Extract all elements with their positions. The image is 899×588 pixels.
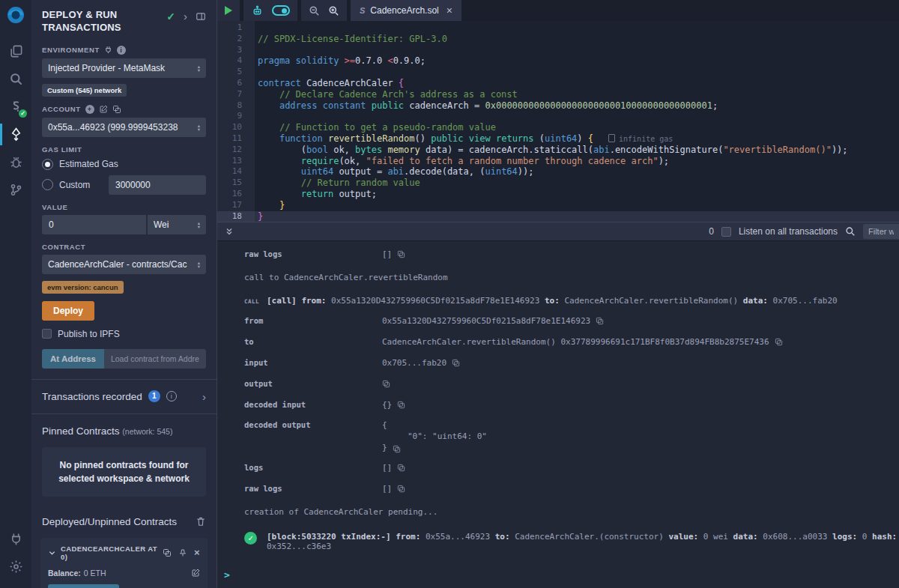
terminal-prompt[interactable]: > — [217, 569, 899, 581]
panel-forward-icon[interactable]: › — [184, 12, 187, 21]
code-content: } — [250, 200, 285, 211]
rail-item-debugger-icon[interactable] — [0, 148, 31, 176]
at-address-button[interactable]: At Address — [42, 349, 104, 369]
account-select[interactable]: 0x55a...46923 (999.9999453238 ▴▾ — [42, 118, 206, 137]
terminal-call-row: call[call] from: 0x55a1320D432759960C5Df… — [217, 296, 899, 306]
code-content — [250, 111, 258, 122]
deploy-button[interactable]: Deploy — [42, 301, 94, 321]
contract-select[interactable]: CadenceArchCaler - contracts/Cac ▴▾ — [42, 255, 206, 274]
copy-icon[interactable] — [397, 401, 405, 409]
code-content: // Function to get a pseudo-random value — [250, 122, 496, 133]
chevron-right-icon[interactable]: › — [202, 390, 206, 403]
compiled-ok-badge: ✓ — [19, 109, 27, 118]
copy-icon[interactable] — [397, 250, 405, 258]
terminal-kv-row: input0x705...fab20 — [217, 357, 899, 369]
at-address-input[interactable] — [104, 349, 206, 369]
rail-item-deploy-run-icon[interactable] — [0, 121, 31, 148]
chevron-updown-icon: ▴▾ — [198, 124, 200, 131]
tab-cadencearch-sol[interactable]: S CadenceArch.sol × — [351, 0, 461, 21]
code-content: // SPDX-License-Identifier: GPL-3.0 — [250, 34, 447, 45]
deploy-run-panel: DEPLOY & RUN TRANSACTIONS ✓ › ENVIRONMEN… — [31, 0, 217, 588]
add-account-icon[interactable]: + — [85, 105, 94, 114]
code-line-16: 16 return output; — [217, 189, 899, 200]
contract-label: CONTRACT — [42, 243, 85, 251]
line-number: 14 — [217, 166, 250, 178]
file-explorer-icon — [9, 44, 23, 58]
code-editor[interactable]: 12// SPDX-License-Identifier: GPL-3.034p… — [217, 21, 899, 222]
custom-gas-radio[interactable] — [42, 179, 53, 190]
line-number: 16 — [217, 189, 250, 200]
line-number: 12 — [217, 145, 250, 156]
line-number: 18 — [217, 211, 250, 222]
collapse-terminal-icon[interactable] — [225, 226, 234, 237]
deployed-contract-card: CADENCEARCHCALER AT 0) × Balance: 0 ETH … — [40, 538, 208, 588]
transactions-info-icon[interactable]: i — [166, 391, 177, 401]
zoom-out-icon[interactable] — [309, 5, 320, 16]
zoom-in-icon[interactable] — [328, 5, 339, 16]
chevron-down-icon[interactable] — [48, 548, 56, 557]
transactions-recorded-row[interactable]: Transactions recorded 1 i › — [31, 380, 217, 413]
plug-icon[interactable] — [104, 46, 112, 54]
copy-icon[interactable] — [452, 359, 460, 367]
custom-gas-input[interactable] — [109, 175, 206, 195]
publish-ipfs-checkbox[interactable] — [42, 329, 52, 339]
value-input[interactable] — [42, 215, 146, 234]
code-line-13: 13 require(ok, "failed to fetch a random… — [217, 156, 899, 167]
copy-address-icon[interactable] — [163, 548, 172, 557]
environment-info-icon[interactable]: i — [117, 46, 126, 55]
copy-icon[interactable] — [393, 445, 401, 453]
copy-icon[interactable] — [397, 464, 405, 472]
run-script-icon[interactable] — [225, 6, 232, 15]
listen-transactions-checkbox[interactable] — [721, 227, 731, 237]
pin-contract-icon[interactable] — [178, 548, 187, 557]
remix-logo-icon[interactable] — [4, 4, 27, 27]
close-contract-icon[interactable]: × — [194, 547, 200, 558]
copy-icon[interactable] — [397, 485, 405, 493]
copy-account-icon[interactable] — [112, 105, 121, 114]
rail-item-file-explorer-icon[interactable] — [0, 37, 31, 65]
rail-item-settings-icon[interactable] — [0, 553, 31, 581]
terminal-row-value: 0x705...fab20 — [382, 357, 460, 369]
copy-icon[interactable] — [382, 380, 390, 388]
estimated-gas-radio[interactable] — [42, 159, 53, 170]
ai-copilot-robot-icon[interactable] — [251, 4, 264, 17]
edit-balance-icon[interactable] — [191, 569, 200, 578]
rail-item-plugin-manager-icon[interactable] — [0, 525, 31, 553]
code-content: contract CadenceArchCaler { — [250, 78, 404, 89]
panel-title: DEPLOY & RUN TRANSACTIONS — [42, 9, 154, 34]
terminal-row-value: 0x55a1320D432759960C5Df0215a8dF78e1E1469… — [382, 315, 604, 327]
copy-icon[interactable] — [775, 338, 783, 346]
close-tab-icon[interactable]: × — [447, 4, 452, 16]
copy-icon[interactable] — [596, 317, 604, 325]
editor-lines: 12// SPDX-License-Identifier: GPL-3.034p… — [217, 22, 899, 222]
terminal-row-value: [] — [382, 461, 405, 474]
pinned-contracts-title: Pinned Contracts — [42, 425, 120, 437]
deploy-run-icon — [9, 127, 23, 142]
code-content: pragma solidity >=0.7.0 <0.9.0; — [250, 55, 426, 67]
gas-limit-label: GAS LIMIT — [42, 145, 82, 154]
success-check-icon: ✓ — [244, 532, 257, 545]
code-content — [250, 45, 258, 56]
code-content: } — [250, 211, 263, 222]
rail-item-solidity-compiler-icon[interactable]: ✓ — [0, 93, 31, 121]
terminal-filter-input[interactable] — [863, 224, 899, 239]
terminal-row-value — [382, 378, 390, 388]
value-unit-select[interactable]: Wei ▴▾ — [148, 215, 206, 234]
rail-item-search-icon[interactable] — [0, 65, 31, 93]
call-summary: [call] from: 0x55a1320D432759960C5Df0215… — [267, 296, 838, 306]
sign-message-icon[interactable] — [99, 105, 108, 114]
ai-copilot-toggle[interactable] — [272, 5, 290, 16]
code-content — [250, 22, 258, 34]
rail-item-git-branch-icon[interactable] — [0, 176, 31, 204]
terminal-text-line: call to CadenceArchCaler.revertibleRando… — [217, 273, 899, 282]
terminal-row-label: logs — [244, 461, 382, 474]
pin-panel-icon[interactable] — [196, 11, 206, 22]
code-line-2: 2// SPDX-License-Identifier: GPL-3.0 — [217, 34, 899, 45]
contract-function-button-cadencearch[interactable]: cadenceArch — [48, 584, 119, 588]
listen-transactions-label: Listen on all transactions — [739, 226, 838, 237]
trash-icon[interactable] — [196, 516, 206, 527]
terminal-search-icon[interactable] — [845, 226, 856, 237]
environment-select[interactable]: Injected Provider - MetaMask ▴▾ — [42, 58, 206, 78]
line-number: 8 — [217, 100, 250, 112]
terminal-row-label: from — [244, 315, 382, 327]
